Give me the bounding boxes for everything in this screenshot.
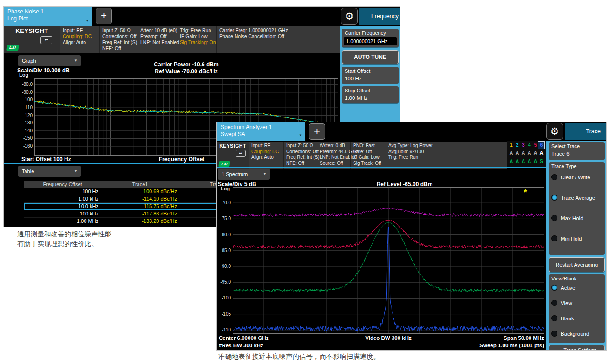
view-dropdown-label: Graph	[22, 58, 36, 64]
caption-spectrum: 准确地表征接近本底噪声的信号，而不影响扫描速度。	[218, 352, 380, 362]
carrier-frequency-label: Carrier Frequency	[345, 30, 386, 36]
settings-line: Phase Noise Cancellation: Off	[219, 33, 336, 39]
radio-label: Clear / Write	[561, 175, 590, 180]
log-axis-label: Log	[19, 72, 28, 78]
cell-trace1: -114.10 dBc/Hz	[101, 195, 179, 202]
auto-tune-button[interactable]: AUTO TUNE	[342, 50, 399, 64]
cell-trace1: -117.86 dBc/Hz	[101, 210, 179, 217]
caption-line: 准确地表征接近本底噪声的信号，而不影响扫描速度。	[218, 352, 380, 362]
trace-settings-table-button[interactable]: ❮ Trace Settings Table	[549, 345, 605, 351]
settings-line: Atten: 10 dB (e0)	[140, 27, 177, 33]
radio-label: Active	[561, 285, 575, 291]
trace-type-label: Trace Type	[551, 163, 576, 169]
select-trace-label: Select Trace	[551, 143, 580, 149]
caption-line: 通用测量和改善的相位噪声性能	[17, 229, 111, 239]
keysight-logo: KEYSIGHT	[4, 27, 60, 34]
view-dropdown-label: 1 Spectrum	[222, 171, 248, 177]
stop-offset-label: Stop Offset	[345, 88, 370, 93]
view-dropdown-graph[interactable]: Graph ▼	[18, 55, 81, 66]
tab-title: Spectrum Analyzer 1	[221, 124, 301, 131]
trace-type-letters-row: AAAAAA	[508, 150, 545, 156]
settings-column: Input: RFCoupling: DCAlign: Auto	[60, 26, 99, 53]
trace-detector-letter: A	[520, 158, 526, 165]
view-dropdown-spectrum[interactable]: 1 Spectrum ▼	[218, 169, 270, 180]
cell-trace1: -133.20 dBc/Hz	[101, 218, 179, 225]
view-blank-group: View/Blank ActiveViewBlankBackground	[549, 274, 605, 343]
center-freq-label: Center 6.00000 GHz	[219, 335, 268, 341]
y-axis-tick: -85.0	[217, 248, 231, 253]
caption-phase-noise: 通用测量和改善的相位噪声性能 有助于实现理想的性价比。	[17, 229, 111, 249]
tab-phase-noise[interactable]: Phase Noise 1 Log Plot ▼	[4, 6, 92, 26]
y-axis-tick: -100	[217, 295, 231, 300]
settings-line: Coupling: DC	[63, 33, 99, 39]
cell-frequency-offset: 100 kHz	[24, 210, 101, 217]
carrier-frequency-value[interactable]: 1.000000021 GHz	[344, 37, 397, 46]
trace-number[interactable]: 2	[514, 142, 520, 149]
radio-icon	[551, 174, 557, 180]
restart-averaging-button[interactable]: Restart Averaging	[549, 257, 605, 272]
radio-view[interactable]: View	[551, 297, 603, 309]
trace-number[interactable]: 1	[508, 142, 514, 149]
y-axis-tick: -130	[18, 120, 33, 125]
start-offset-value: 100 Hz	[345, 76, 361, 81]
trace-type-letter: A	[538, 150, 544, 156]
add-tab-button[interactable]: +	[309, 124, 325, 140]
caption-line: 有助于实现理想的性价比。	[17, 239, 111, 249]
select-trace-button[interactable]: Select Trace Trace 6	[549, 142, 605, 160]
log-axis-label: Log	[221, 186, 230, 191]
y-axis-tick: -75.0	[217, 216, 231, 221]
carrier-frequency-button[interactable]: Carrier Frequency 1.000000021 GHz	[342, 29, 399, 47]
y-axis-tick: -140	[18, 128, 33, 133]
settings-line: Sig Track: Off	[353, 161, 386, 167]
view-dropdown-table[interactable]: Table ▼	[18, 166, 81, 177]
trace-number[interactable]: 6	[538, 142, 544, 149]
keysight-logo: KEYSIGHT	[217, 143, 249, 149]
settings-line: NFE: Off	[102, 46, 138, 52]
cell-trace1: -100.69 dBc/Hz	[101, 188, 179, 195]
trace-detector-letter: A	[532, 158, 538, 165]
radio-active[interactable]: Active	[551, 282, 603, 294]
trace-detector-letter: A	[508, 158, 514, 165]
radio-blank[interactable]: Blank	[551, 312, 603, 325]
trace-number[interactable]: 5	[532, 142, 538, 149]
y-axis-tick: -80.0	[18, 82, 33, 87]
spectrum-plot	[233, 187, 544, 334]
cell-frequency-offset: 1.00 kHz	[24, 195, 101, 202]
chevron-down-icon: ▼	[263, 169, 267, 180]
trace-type-letter: A	[526, 150, 532, 156]
remote-local-icon: ↩	[40, 36, 52, 44]
add-tab-button[interactable]: +	[96, 8, 112, 24]
settings-gear-button[interactable]: ⚙	[546, 123, 563, 140]
start-offset-button[interactable]: Start Offset 100 Hz	[342, 67, 399, 84]
trace-type-letter: A	[520, 150, 526, 156]
y-axis-tick: -90.0	[217, 264, 231, 269]
remote-local-icon: ↩	[236, 150, 246, 157]
gear-icon: ⚙	[550, 126, 559, 136]
y-axis-tick: -120	[18, 113, 33, 118]
settings-column: Input: RFCoupling: DCAlign: Auto	[249, 142, 283, 169]
start-offset-axis-label: Start Offset 100 Hz	[21, 156, 71, 162]
settings-gear-button[interactable]: ⚙	[341, 8, 358, 25]
tab-spectrum-analyzer[interactable]: Spectrum Analyzer 1 Swept SA ▼	[217, 122, 305, 141]
sweep-label: Sweep 1.00 ms (1001 pts)	[451, 343, 544, 348]
trace-detector-letters-row: AAAAAS	[508, 158, 545, 165]
radio-max-hold[interactable]: Max Hold	[551, 212, 603, 224]
settings-line: Carrier Freq: 1.000000021 GHz	[219, 27, 336, 33]
radio-min-hold[interactable]: Min Hold	[551, 233, 603, 245]
win1-settings-bar: KEYSIGHT ↩ LXI Input: RFCoupling: DCAlig…	[4, 26, 340, 53]
radio-background[interactable]: Background	[551, 328, 603, 340]
settings-line: Avg|Hold: 92/100	[388, 149, 507, 155]
tab-subtitle: Log Plot	[7, 15, 88, 22]
win2-tab-bar: Spectrum Analyzer 1 Swept SA ▼ + ⚙ Trace	[217, 122, 606, 141]
trace-number[interactable]: 3	[520, 142, 526, 149]
radio-trace-average[interactable]: Trace Average	[551, 192, 603, 204]
y-axis-tick: -100	[18, 97, 33, 102]
trace-number[interactable]: 4	[526, 142, 532, 149]
radio-clear-write[interactable]: Clear / Write	[551, 171, 603, 183]
settings-line: Input Z: 50 Ω	[102, 27, 138, 33]
start-offset-label: Start Offset	[345, 68, 370, 74]
settings-column: Avg Type: Log-PowerAvg|Hold: 92/100Trig:…	[386, 142, 507, 169]
chevron-down-icon: ▼	[74, 166, 78, 177]
settings-line: Source: Off	[320, 161, 350, 167]
stop-offset-button[interactable]: Stop Offset 1.00 MHz	[342, 86, 399, 103]
